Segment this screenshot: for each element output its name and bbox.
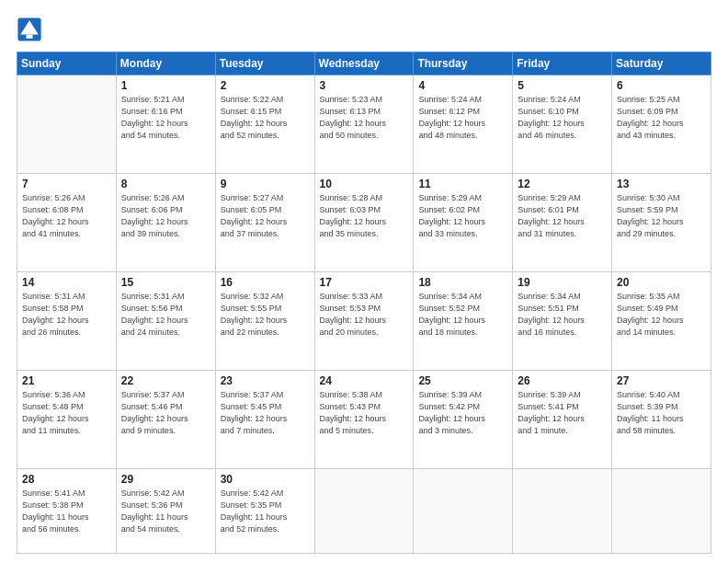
day-info: Sunrise: 5:34 AM Sunset: 5:52 PM Dayligh… [418,291,507,339]
weekday-sunday: Sunday [17,52,117,75]
calendar-cell: 10Sunrise: 5:28 AM Sunset: 6:03 PM Dayli… [314,174,414,272]
day-info: Sunrise: 5:42 AM Sunset: 5:35 PM Dayligh… [221,488,310,535]
calendar-cell: 25Sunrise: 5:39 AM Sunset: 5:42 PM Dayli… [414,371,513,469]
day-info: Sunrise: 5:21 AM Sunset: 6:16 PM Dayligh… [121,94,210,142]
calendar-cell: 12Sunrise: 5:29 AM Sunset: 6:01 PM Dayli… [513,174,612,272]
day-number: 12 [518,178,607,190]
day-info: Sunrise: 5:25 AM Sunset: 6:09 PM Dayligh… [617,94,706,142]
day-info: Sunrise: 5:22 AM Sunset: 6:15 PM Dayligh… [221,94,310,142]
day-number: 17 [320,276,409,289]
calendar-cell: 2Sunrise: 5:22 AM Sunset: 6:15 PM Daylig… [215,75,314,174]
calendar-cell: 20Sunrise: 5:35 AM Sunset: 5:49 PM Dayli… [612,272,711,371]
calendar-cell: 26Sunrise: 5:39 AM Sunset: 5:41 PM Dayli… [513,371,612,469]
calendar-cell: 29Sunrise: 5:42 AM Sunset: 5:36 PM Dayli… [116,469,215,554]
day-number: 18 [418,276,507,289]
day-info: Sunrise: 5:35 AM Sunset: 5:49 PM Dayligh… [617,291,706,339]
day-number: 25 [418,374,507,387]
week-row-3: 14Sunrise: 5:31 AM Sunset: 5:58 PM Dayli… [17,272,711,371]
weekday-monday: Monday [116,52,215,75]
calendar-cell: 14Sunrise: 5:31 AM Sunset: 5:58 PM Dayli… [17,272,117,371]
weekday-friday: Friday [513,52,612,75]
weekday-header-row: SundayMondayTuesdayWednesdayThursdayFrid… [17,52,711,75]
calendar-cell [414,469,513,554]
day-number: 26 [518,374,607,387]
calendar-cell: 15Sunrise: 5:31 AM Sunset: 5:56 PM Dayli… [116,272,215,371]
day-info: Sunrise: 5:31 AM Sunset: 5:58 PM Dayligh… [22,291,111,339]
weekday-thursday: Thursday [414,52,513,75]
calendar-cell: 28Sunrise: 5:41 AM Sunset: 5:38 PM Dayli… [17,469,117,554]
day-info: Sunrise: 5:31 AM Sunset: 5:56 PM Dayligh… [121,291,210,339]
day-info: Sunrise: 5:40 AM Sunset: 5:39 PM Dayligh… [617,389,706,437]
calendar-cell: 22Sunrise: 5:37 AM Sunset: 5:46 PM Dayli… [116,371,215,469]
calendar-cell: 23Sunrise: 5:37 AM Sunset: 5:45 PM Dayli… [215,371,314,469]
calendar-cell: 27Sunrise: 5:40 AM Sunset: 5:39 PM Dayli… [612,371,711,469]
weekday-tuesday: Tuesday [215,52,314,75]
calendar-cell: 16Sunrise: 5:32 AM Sunset: 5:55 PM Dayli… [215,272,314,371]
calendar-cell: 3Sunrise: 5:23 AM Sunset: 6:13 PM Daylig… [314,75,414,174]
day-info: Sunrise: 5:32 AM Sunset: 5:55 PM Dayligh… [221,291,310,339]
day-number: 21 [22,374,111,387]
week-row-1: 1Sunrise: 5:21 AM Sunset: 6:16 PM Daylig… [17,75,711,174]
calendar-cell: 6Sunrise: 5:25 AM Sunset: 6:09 PM Daylig… [612,75,711,174]
day-number: 3 [320,79,409,92]
calendar-cell: 19Sunrise: 5:34 AM Sunset: 5:51 PM Dayli… [513,272,612,371]
day-info: Sunrise: 5:30 AM Sunset: 5:59 PM Dayligh… [617,192,706,240]
svg-rect-2 [27,35,33,39]
day-info: Sunrise: 5:41 AM Sunset: 5:38 PM Dayligh… [22,488,111,535]
calendar-cell: 18Sunrise: 5:34 AM Sunset: 5:52 PM Dayli… [414,272,513,371]
day-number: 2 [221,79,310,92]
day-number: 19 [518,276,607,289]
day-info: Sunrise: 5:37 AM Sunset: 5:46 PM Dayligh… [121,389,210,437]
day-number: 20 [617,276,706,289]
day-number: 22 [121,374,210,387]
calendar-cell: 24Sunrise: 5:38 AM Sunset: 5:43 PM Dayli… [314,371,414,469]
calendar-cell [17,75,117,174]
calendar-cell [314,469,414,554]
logo-icon [17,17,42,42]
day-info: Sunrise: 5:39 AM Sunset: 5:42 PM Dayligh… [418,389,507,437]
day-number: 15 [121,276,210,289]
day-number: 11 [418,178,507,190]
day-info: Sunrise: 5:26 AM Sunset: 6:06 PM Dayligh… [121,192,210,240]
day-number: 29 [121,473,210,486]
day-number: 23 [221,374,310,387]
day-info: Sunrise: 5:34 AM Sunset: 5:51 PM Dayligh… [518,291,607,339]
day-number: 24 [320,374,409,387]
logo [17,17,46,42]
calendar-cell: 11Sunrise: 5:29 AM Sunset: 6:02 PM Dayli… [414,174,513,272]
day-info: Sunrise: 5:26 AM Sunset: 6:08 PM Dayligh… [22,192,111,240]
day-info: Sunrise: 5:42 AM Sunset: 5:36 PM Dayligh… [121,488,210,535]
day-number: 8 [121,178,210,190]
day-info: Sunrise: 5:27 AM Sunset: 6:05 PM Dayligh… [221,192,310,240]
day-info: Sunrise: 5:29 AM Sunset: 6:02 PM Dayligh… [418,192,507,240]
day-number: 16 [221,276,310,289]
calendar-cell: 1Sunrise: 5:21 AM Sunset: 6:16 PM Daylig… [116,75,215,174]
day-info: Sunrise: 5:33 AM Sunset: 5:53 PM Dayligh… [320,291,409,339]
day-number: 10 [320,178,409,190]
day-info: Sunrise: 5:28 AM Sunset: 6:03 PM Dayligh… [320,192,409,240]
week-row-2: 7Sunrise: 5:26 AM Sunset: 6:08 PM Daylig… [17,174,711,272]
day-number: 27 [617,374,706,387]
calendar-cell: 9Sunrise: 5:27 AM Sunset: 6:05 PM Daylig… [215,174,314,272]
week-row-4: 21Sunrise: 5:36 AM Sunset: 5:48 PM Dayli… [17,371,711,469]
day-info: Sunrise: 5:24 AM Sunset: 6:10 PM Dayligh… [518,94,607,142]
day-number: 5 [518,79,607,92]
calendar-cell: 21Sunrise: 5:36 AM Sunset: 5:48 PM Dayli… [17,371,117,469]
calendar-cell: 17Sunrise: 5:33 AM Sunset: 5:53 PM Dayli… [314,272,414,371]
day-info: Sunrise: 5:23 AM Sunset: 6:13 PM Dayligh… [320,94,409,142]
weekday-wednesday: Wednesday [314,52,414,75]
day-number: 14 [22,276,111,289]
week-row-5: 28Sunrise: 5:41 AM Sunset: 5:38 PM Dayli… [17,469,711,554]
day-number: 30 [221,473,310,486]
day-info: Sunrise: 5:36 AM Sunset: 5:48 PM Dayligh… [22,389,111,437]
calendar-cell: 13Sunrise: 5:30 AM Sunset: 5:59 PM Dayli… [612,174,711,272]
day-number: 9 [221,178,310,190]
day-number: 1 [121,79,210,92]
page: SundayMondayTuesdayWednesdayThursdayFrid… [0,0,728,563]
calendar-cell: 30Sunrise: 5:42 AM Sunset: 5:35 PM Dayli… [215,469,314,554]
day-info: Sunrise: 5:38 AM Sunset: 5:43 PM Dayligh… [320,389,409,437]
calendar-cell: 7Sunrise: 5:26 AM Sunset: 6:08 PM Daylig… [17,174,117,272]
calendar-cell: 8Sunrise: 5:26 AM Sunset: 6:06 PM Daylig… [116,174,215,272]
header [17,17,711,42]
calendar-cell [612,469,711,554]
